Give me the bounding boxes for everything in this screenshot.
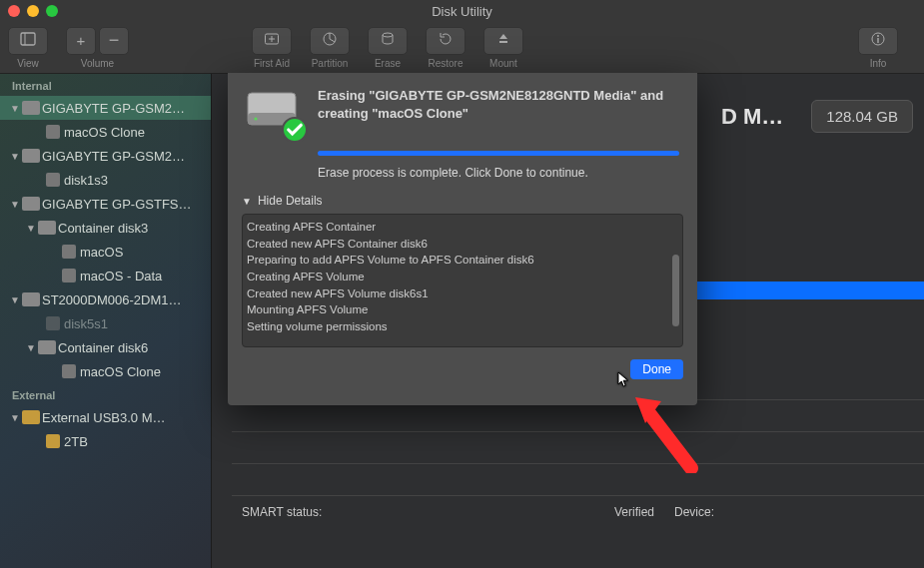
log-output[interactable]: Creating APFS Container Created new APFS… bbox=[242, 214, 683, 347]
sidebar-item-container6[interactable]: ▼Container disk6 bbox=[0, 335, 211, 359]
info-key bbox=[674, 441, 924, 455]
toolbar: View + − Volume First Aid Partition Eras… bbox=[0, 22, 924, 74]
minimize-window-button[interactable] bbox=[27, 5, 39, 17]
capacity-badge: 128.04 GB bbox=[811, 100, 913, 133]
sidebar-item-disk0[interactable]: ▼GIGABYTE GP-GSM2… bbox=[0, 96, 211, 120]
erase-sheet: Erasing "GIGABYTE GP-GSM2NE8128GNTD Medi… bbox=[228, 73, 697, 405]
partition-button[interactable] bbox=[310, 27, 350, 55]
chevron-down-icon: ▼ bbox=[10, 294, 20, 305]
sidebar-item-external0[interactable]: ▼External USB3.0 M… bbox=[0, 405, 211, 429]
view-button[interactable] bbox=[8, 27, 48, 55]
erase-label: Erase bbox=[375, 58, 401, 69]
info-table: 128.04 GB 2 Solid state SMART status:Ver… bbox=[232, 399, 924, 527]
disclosure-triangle-icon: ▼ bbox=[242, 196, 252, 207]
sidebar-header-external: External bbox=[0, 383, 211, 405]
info-label: Info bbox=[870, 58, 887, 69]
hdd-icon bbox=[22, 292, 40, 306]
disk-title: D M… bbox=[721, 104, 783, 130]
sidebar-item-label: GIGABYTE GP-GSM2… bbox=[42, 149, 211, 164]
sidebar-item-container3[interactable]: ▼Container disk3 bbox=[0, 216, 211, 240]
sidebar-item-label: disk1s3 bbox=[64, 173, 211, 188]
progress-bar bbox=[318, 151, 679, 156]
close-window-button[interactable] bbox=[8, 5, 20, 17]
restore-label: Restore bbox=[428, 58, 462, 69]
sidebar-item-macos-clone2[interactable]: macOS Clone bbox=[0, 359, 211, 383]
sidebar-icon bbox=[20, 31, 36, 51]
window-title: Disk Utility bbox=[432, 4, 492, 19]
firstaid-icon bbox=[264, 31, 280, 51]
info-key-device: Device: bbox=[674, 505, 924, 519]
sidebar-item-disk3[interactable]: ▼ST2000DM006-2DM1… bbox=[0, 287, 211, 311]
mount-icon bbox=[495, 31, 511, 51]
erase-title: Erasing "GIGABYTE GP-GSM2NE8128GNTD Medi… bbox=[318, 87, 679, 137]
chevron-down-icon: ▼ bbox=[10, 199, 20, 210]
hide-details-label: Hide Details bbox=[258, 194, 323, 208]
sidebar-item-label: Container disk6 bbox=[58, 340, 211, 355]
chevron-down-icon: ▼ bbox=[10, 151, 20, 162]
hdd-ext-icon bbox=[22, 410, 40, 424]
sidebar-item-macos[interactable]: macOS bbox=[0, 240, 211, 264]
volume-ext-icon bbox=[46, 434, 60, 448]
hdd-icon bbox=[38, 221, 56, 235]
remove-volume-button[interactable]: − bbox=[99, 27, 129, 55]
erase-button[interactable] bbox=[368, 27, 408, 55]
minus-icon: − bbox=[109, 30, 120, 51]
svg-rect-8 bbox=[877, 38, 878, 43]
sidebar-item-label: ST2000DM006-2DM1… bbox=[42, 292, 211, 307]
view-label: View bbox=[17, 58, 39, 69]
restore-button[interactable] bbox=[426, 27, 465, 55]
log-line: Preparing to add APFS Volume to APFS Con… bbox=[247, 252, 674, 269]
hdd-icon bbox=[22, 149, 40, 163]
erase-icon bbox=[380, 31, 396, 51]
sidebar-item-label: 2TB bbox=[64, 434, 211, 449]
log-line: Creating APFS Container bbox=[247, 219, 674, 236]
volume-icon bbox=[62, 245, 76, 259]
volume-icon bbox=[46, 316, 60, 330]
chevron-down-icon: ▼ bbox=[10, 103, 20, 114]
volume-icon bbox=[62, 269, 76, 283]
sidebar-item-disk1-vol[interactable]: disk1s3 bbox=[0, 168, 211, 192]
view-group: View bbox=[8, 27, 48, 69]
restore-icon bbox=[438, 31, 454, 51]
mount-label: Mount bbox=[489, 58, 517, 69]
info-button[interactable] bbox=[858, 27, 898, 55]
volume-icon bbox=[46, 125, 60, 139]
done-button[interactable]: Done bbox=[630, 359, 683, 379]
svg-rect-5 bbox=[499, 41, 507, 43]
svg-point-4 bbox=[383, 33, 393, 37]
titlebar: Disk Utility bbox=[0, 0, 924, 22]
sidebar: Internal ▼GIGABYTE GP-GSM2… macOS Clone … bbox=[0, 74, 212, 568]
disk-large-icon bbox=[246, 87, 304, 137]
sidebar-item-2tb[interactable]: 2TB bbox=[0, 429, 211, 453]
info-key bbox=[674, 473, 924, 487]
zoom-window-button[interactable] bbox=[46, 5, 58, 17]
chevron-down-icon: ▼ bbox=[26, 342, 36, 353]
sidebar-item-disk2[interactable]: ▼GIGABYTE GP-GSTFS… bbox=[0, 192, 211, 216]
sidebar-item-label: macOS Clone bbox=[80, 364, 211, 379]
log-line: Created new APFS Container disk6 bbox=[247, 236, 674, 253]
sidebar-item-label: External USB3.0 M… bbox=[42, 410, 211, 425]
log-success: Operation successful. bbox=[247, 341, 674, 342]
mount-button[interactable] bbox=[483, 27, 523, 55]
info-val-smart: Verified bbox=[614, 505, 654, 519]
sidebar-item-disk5s1[interactable]: disk5s1 bbox=[0, 311, 211, 335]
sidebar-item-macos-data[interactable]: macOS - Data bbox=[0, 264, 211, 287]
info-icon bbox=[870, 31, 886, 51]
volume-icon bbox=[62, 364, 76, 378]
chevron-down-icon: ▼ bbox=[10, 412, 20, 423]
sidebar-item-label: Container disk3 bbox=[58, 221, 211, 236]
plus-icon: + bbox=[77, 32, 86, 49]
hide-details-toggle[interactable]: ▼Hide Details bbox=[242, 194, 683, 208]
check-badge-icon bbox=[282, 117, 308, 143]
chevron-down-icon: ▼ bbox=[26, 223, 36, 234]
sidebar-header-internal: Internal bbox=[0, 74, 211, 96]
sidebar-item-label: macOS Clone bbox=[64, 125, 211, 140]
sidebar-item-label: disk5s1 bbox=[64, 316, 211, 331]
add-volume-button[interactable]: + bbox=[66, 27, 96, 55]
sidebar-item-disk0-vol[interactable]: macOS Clone bbox=[0, 120, 211, 144]
firstaid-button[interactable] bbox=[252, 27, 292, 55]
hdd-icon bbox=[38, 340, 56, 354]
erase-status: Erase process is complete. Click Done to… bbox=[318, 166, 679, 180]
sidebar-item-disk1[interactable]: ▼GIGABYTE GP-GSM2… bbox=[0, 144, 211, 168]
scrollbar-thumb[interactable] bbox=[672, 255, 679, 326]
